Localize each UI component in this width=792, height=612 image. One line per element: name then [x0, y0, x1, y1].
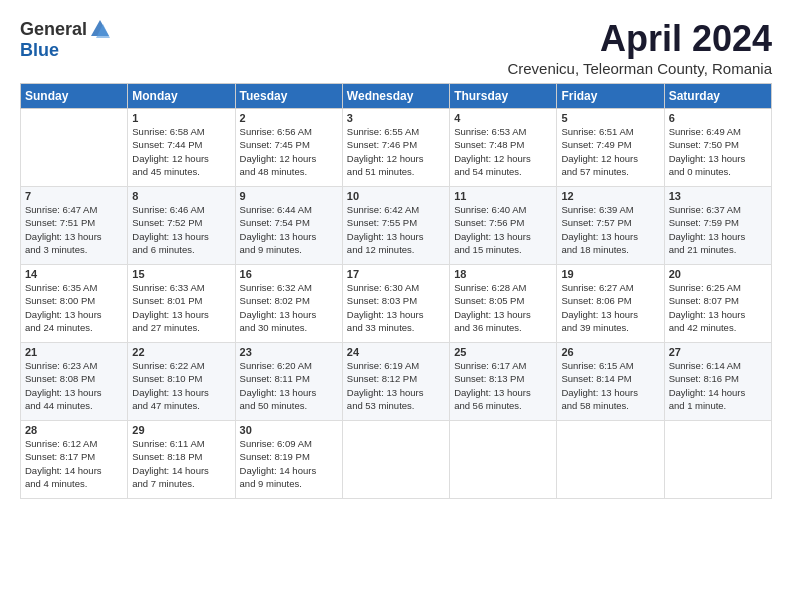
week-row-1: 1Sunrise: 6:58 AMSunset: 7:44 PMDaylight… — [21, 109, 772, 187]
col-header-monday: Monday — [128, 84, 235, 109]
day-cell — [664, 421, 771, 499]
day-info: Sunrise: 6:30 AMSunset: 8:03 PMDaylight:… — [347, 281, 445, 334]
day-info: Sunrise: 6:44 AMSunset: 7:54 PMDaylight:… — [240, 203, 338, 256]
day-info: Sunrise: 6:09 AMSunset: 8:19 PMDaylight:… — [240, 437, 338, 490]
day-cell: 2Sunrise: 6:56 AMSunset: 7:45 PMDaylight… — [235, 109, 342, 187]
day-info: Sunrise: 6:37 AMSunset: 7:59 PMDaylight:… — [669, 203, 767, 256]
day-number: 13 — [669, 190, 767, 202]
day-number: 7 — [25, 190, 123, 202]
day-number: 23 — [240, 346, 338, 358]
day-info: Sunrise: 6:46 AMSunset: 7:52 PMDaylight:… — [132, 203, 230, 256]
logo-icon — [89, 18, 111, 40]
day-number: 16 — [240, 268, 338, 280]
day-number: 27 — [669, 346, 767, 358]
title-block: April 2024 Crevenicu, Teleorman County, … — [507, 18, 772, 77]
day-cell: 4Sunrise: 6:53 AMSunset: 7:48 PMDaylight… — [450, 109, 557, 187]
day-cell — [557, 421, 664, 499]
calendar-table: SundayMondayTuesdayWednesdayThursdayFrid… — [20, 83, 772, 499]
logo-blue-text: Blue — [20, 40, 59, 61]
day-number: 29 — [132, 424, 230, 436]
day-cell: 26Sunrise: 6:15 AMSunset: 8:14 PMDayligh… — [557, 343, 664, 421]
header: General Blue April 2024 Crevenicu, Teleo… — [20, 18, 772, 77]
day-cell: 6Sunrise: 6:49 AMSunset: 7:50 PMDaylight… — [664, 109, 771, 187]
day-cell: 14Sunrise: 6:35 AMSunset: 8:00 PMDayligh… — [21, 265, 128, 343]
day-cell: 23Sunrise: 6:20 AMSunset: 8:11 PMDayligh… — [235, 343, 342, 421]
col-header-sunday: Sunday — [21, 84, 128, 109]
day-cell: 12Sunrise: 6:39 AMSunset: 7:57 PMDayligh… — [557, 187, 664, 265]
day-number: 11 — [454, 190, 552, 202]
location-subtitle: Crevenicu, Teleorman County, Romania — [507, 60, 772, 77]
day-number: 30 — [240, 424, 338, 436]
week-row-3: 14Sunrise: 6:35 AMSunset: 8:00 PMDayligh… — [21, 265, 772, 343]
day-number: 3 — [347, 112, 445, 124]
day-info: Sunrise: 6:58 AMSunset: 7:44 PMDaylight:… — [132, 125, 230, 178]
day-info: Sunrise: 6:47 AMSunset: 7:51 PMDaylight:… — [25, 203, 123, 256]
day-number: 28 — [25, 424, 123, 436]
col-header-tuesday: Tuesday — [235, 84, 342, 109]
day-number: 20 — [669, 268, 767, 280]
day-number: 5 — [561, 112, 659, 124]
day-number: 17 — [347, 268, 445, 280]
day-number: 10 — [347, 190, 445, 202]
day-info: Sunrise: 6:15 AMSunset: 8:14 PMDaylight:… — [561, 359, 659, 412]
day-cell: 25Sunrise: 6:17 AMSunset: 8:13 PMDayligh… — [450, 343, 557, 421]
day-cell: 10Sunrise: 6:42 AMSunset: 7:55 PMDayligh… — [342, 187, 449, 265]
day-number: 1 — [132, 112, 230, 124]
day-number: 18 — [454, 268, 552, 280]
day-cell: 15Sunrise: 6:33 AMSunset: 8:01 PMDayligh… — [128, 265, 235, 343]
day-info: Sunrise: 6:55 AMSunset: 7:46 PMDaylight:… — [347, 125, 445, 178]
day-number: 25 — [454, 346, 552, 358]
day-info: Sunrise: 6:12 AMSunset: 8:17 PMDaylight:… — [25, 437, 123, 490]
day-number: 9 — [240, 190, 338, 202]
day-number: 15 — [132, 268, 230, 280]
day-cell: 13Sunrise: 6:37 AMSunset: 7:59 PMDayligh… — [664, 187, 771, 265]
day-info: Sunrise: 6:39 AMSunset: 7:57 PMDaylight:… — [561, 203, 659, 256]
day-cell: 28Sunrise: 6:12 AMSunset: 8:17 PMDayligh… — [21, 421, 128, 499]
day-info: Sunrise: 6:11 AMSunset: 8:18 PMDaylight:… — [132, 437, 230, 490]
day-cell — [450, 421, 557, 499]
page: General Blue April 2024 Crevenicu, Teleo… — [0, 0, 792, 509]
day-number: 6 — [669, 112, 767, 124]
day-number: 22 — [132, 346, 230, 358]
day-info: Sunrise: 6:53 AMSunset: 7:48 PMDaylight:… — [454, 125, 552, 178]
day-info: Sunrise: 6:25 AMSunset: 8:07 PMDaylight:… — [669, 281, 767, 334]
day-info: Sunrise: 6:56 AMSunset: 7:45 PMDaylight:… — [240, 125, 338, 178]
week-row-5: 28Sunrise: 6:12 AMSunset: 8:17 PMDayligh… — [21, 421, 772, 499]
day-info: Sunrise: 6:17 AMSunset: 8:13 PMDaylight:… — [454, 359, 552, 412]
day-number: 26 — [561, 346, 659, 358]
day-info: Sunrise: 6:22 AMSunset: 8:10 PMDaylight:… — [132, 359, 230, 412]
day-cell: 17Sunrise: 6:30 AMSunset: 8:03 PMDayligh… — [342, 265, 449, 343]
day-cell: 30Sunrise: 6:09 AMSunset: 8:19 PMDayligh… — [235, 421, 342, 499]
day-number: 2 — [240, 112, 338, 124]
day-cell: 21Sunrise: 6:23 AMSunset: 8:08 PMDayligh… — [21, 343, 128, 421]
col-header-friday: Friday — [557, 84, 664, 109]
day-cell: 16Sunrise: 6:32 AMSunset: 8:02 PMDayligh… — [235, 265, 342, 343]
day-info: Sunrise: 6:32 AMSunset: 8:02 PMDaylight:… — [240, 281, 338, 334]
day-cell — [21, 109, 128, 187]
col-header-saturday: Saturday — [664, 84, 771, 109]
day-info: Sunrise: 6:23 AMSunset: 8:08 PMDaylight:… — [25, 359, 123, 412]
day-cell — [342, 421, 449, 499]
day-cell: 7Sunrise: 6:47 AMSunset: 7:51 PMDaylight… — [21, 187, 128, 265]
day-number: 4 — [454, 112, 552, 124]
week-row-4: 21Sunrise: 6:23 AMSunset: 8:08 PMDayligh… — [21, 343, 772, 421]
day-number: 24 — [347, 346, 445, 358]
day-cell: 20Sunrise: 6:25 AMSunset: 8:07 PMDayligh… — [664, 265, 771, 343]
day-number: 8 — [132, 190, 230, 202]
day-cell: 1Sunrise: 6:58 AMSunset: 7:44 PMDaylight… — [128, 109, 235, 187]
day-cell: 3Sunrise: 6:55 AMSunset: 7:46 PMDaylight… — [342, 109, 449, 187]
day-info: Sunrise: 6:49 AMSunset: 7:50 PMDaylight:… — [669, 125, 767, 178]
day-number: 12 — [561, 190, 659, 202]
day-cell: 9Sunrise: 6:44 AMSunset: 7:54 PMDaylight… — [235, 187, 342, 265]
day-cell: 27Sunrise: 6:14 AMSunset: 8:16 PMDayligh… — [664, 343, 771, 421]
day-cell: 8Sunrise: 6:46 AMSunset: 7:52 PMDaylight… — [128, 187, 235, 265]
day-cell: 11Sunrise: 6:40 AMSunset: 7:56 PMDayligh… — [450, 187, 557, 265]
day-number: 14 — [25, 268, 123, 280]
col-header-thursday: Thursday — [450, 84, 557, 109]
day-info: Sunrise: 6:28 AMSunset: 8:05 PMDaylight:… — [454, 281, 552, 334]
day-cell: 22Sunrise: 6:22 AMSunset: 8:10 PMDayligh… — [128, 343, 235, 421]
day-info: Sunrise: 6:42 AMSunset: 7:55 PMDaylight:… — [347, 203, 445, 256]
day-cell: 18Sunrise: 6:28 AMSunset: 8:05 PMDayligh… — [450, 265, 557, 343]
day-info: Sunrise: 6:27 AMSunset: 8:06 PMDaylight:… — [561, 281, 659, 334]
day-cell: 5Sunrise: 6:51 AMSunset: 7:49 PMDaylight… — [557, 109, 664, 187]
